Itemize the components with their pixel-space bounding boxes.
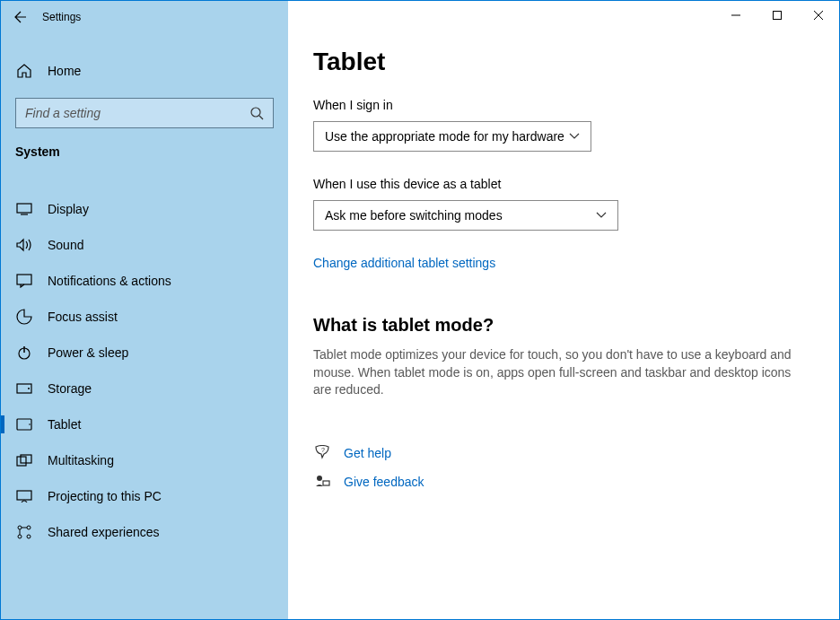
svg-rect-13 [17, 491, 31, 500]
window-controls [715, 1, 839, 30]
svg-rect-2 [17, 204, 31, 213]
svg-point-16 [18, 535, 22, 538]
svg-rect-11 [17, 457, 26, 466]
svg-point-15 [27, 526, 31, 529]
what-is-description: Tablet mode optimizes your device for to… [313, 346, 801, 399]
storage-icon [15, 380, 33, 397]
window-title: Settings [42, 11, 81, 23]
tablet-use-label: When I use this device as a tablet [313, 177, 801, 191]
multitasking-icon [15, 451, 33, 469]
svg-rect-21 [774, 12, 782, 20]
sidebar: Settings Home System Display [1, 1, 288, 619]
minimize-button[interactable] [715, 1, 757, 30]
sidebar-section-header: System [1, 144, 288, 159]
sidebar-item-focus-assist[interactable]: Focus assist [1, 299, 288, 335]
chevron-down-icon [596, 212, 607, 219]
display-icon [15, 200, 33, 218]
sidebar-item-notifications[interactable]: Notifications & actions [1, 263, 288, 299]
give-feedback-icon [313, 473, 331, 491]
sidebar-item-label: Shared experiences [48, 525, 160, 539]
sidebar-item-label: Display [48, 202, 89, 216]
what-is-heading: What is tablet mode? [313, 315, 801, 336]
change-additional-settings-link[interactable]: Change additional tablet settings [313, 256, 495, 270]
signin-dropdown[interactable]: Use the appropriate mode for my hardware [313, 121, 591, 152]
maximize-button[interactable] [757, 1, 798, 30]
projecting-icon [15, 487, 33, 505]
tablet-use-dropdown[interactable]: Ask me before switching modes [313, 200, 618, 231]
sidebar-item-power-sleep[interactable]: Power & sleep [1, 335, 288, 371]
search-icon [249, 106, 264, 120]
sidebar-item-label: Sound [48, 238, 83, 252]
svg-point-14 [18, 526, 22, 529]
back-button[interactable] [4, 1, 37, 33]
svg-point-8 [28, 388, 30, 389]
sidebar-item-tablet[interactable]: Tablet [1, 406, 288, 442]
svg-point-17 [27, 535, 31, 538]
sidebar-item-storage[interactable]: Storage [1, 371, 288, 406]
get-help-link[interactable]: Get help [344, 446, 391, 460]
titlebar: Settings [1, 1, 288, 33]
arrow-left-icon [13, 10, 28, 24]
sidebar-item-label: Multitasking [48, 453, 114, 467]
sidebar-item-display[interactable]: Display [1, 191, 288, 227]
focus-assist-icon [15, 308, 33, 326]
sidebar-item-sound[interactable]: Sound [1, 227, 288, 263]
tablet-icon [15, 415, 33, 433]
get-help-icon: ? [313, 444, 331, 462]
sidebar-item-label: Tablet [48, 417, 81, 432]
page-title: Tablet [313, 48, 801, 76]
chevron-down-icon [569, 133, 580, 140]
svg-point-25 [317, 476, 322, 481]
sound-icon [15, 236, 33, 254]
svg-text:?: ? [321, 447, 325, 453]
home-icon [15, 62, 33, 80]
sidebar-item-label: Notifications & actions [48, 274, 171, 288]
sidebar-item-label: Projecting to this PC [48, 489, 162, 503]
minimize-icon [731, 11, 740, 20]
sidebar-item-label: Storage [48, 381, 92, 396]
content-area: Tablet When I sign in Use the appropriat… [288, 1, 839, 619]
shared-experiences-icon [15, 523, 33, 541]
nav-home[interactable]: Home [1, 53, 288, 89]
sidebar-item-label: Focus assist [48, 310, 118, 324]
maximize-icon [773, 11, 782, 20]
search-input[interactable] [25, 106, 249, 120]
sidebar-item-multitasking[interactable]: Multitasking [1, 442, 288, 478]
svg-line-1 [259, 116, 263, 119]
svg-rect-26 [323, 481, 329, 485]
search-box[interactable] [15, 98, 274, 128]
give-feedback-link[interactable]: Give feedback [344, 475, 424, 489]
sidebar-item-shared-experiences[interactable]: Shared experiences [1, 514, 288, 550]
svg-rect-4 [17, 275, 31, 284]
svg-point-0 [251, 108, 260, 117]
sidebar-item-projecting[interactable]: Projecting to this PC [1, 478, 288, 514]
tablet-use-dropdown-value: Ask me before switching modes [325, 208, 503, 223]
notifications-icon [15, 272, 33, 290]
close-icon [814, 11, 823, 20]
svg-point-10 [29, 424, 31, 425]
close-button[interactable] [798, 1, 839, 30]
nav-home-label: Home [48, 64, 81, 78]
power-icon [15, 344, 33, 362]
signin-dropdown-value: Use the appropriate mode for my hardware [325, 129, 564, 144]
signin-label: When I sign in [313, 98, 801, 112]
sidebar-item-label: Power & sleep [48, 345, 128, 360]
